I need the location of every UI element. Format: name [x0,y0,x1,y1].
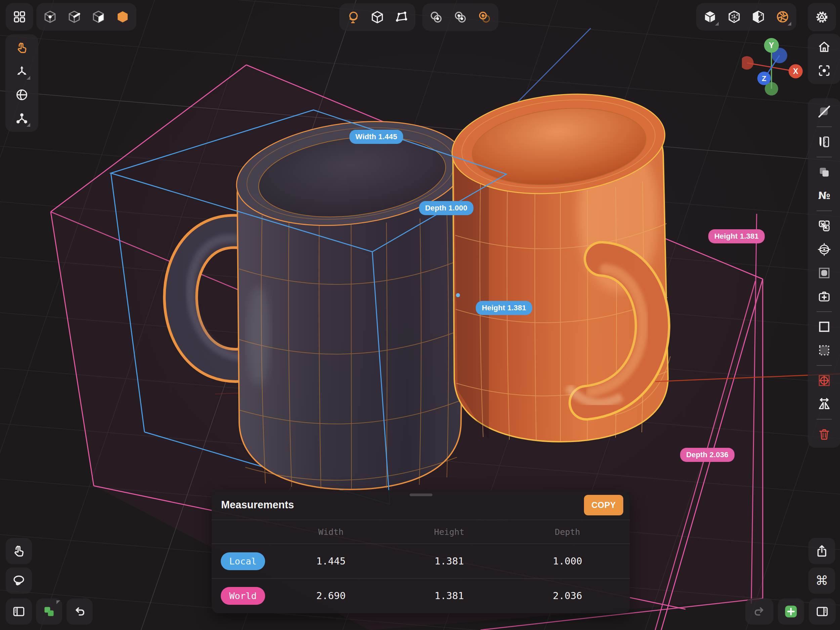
axis-x-ball[interactable]: X [789,64,803,78]
pivot-target-button[interactable] [814,370,835,391]
pan-hand-icon [11,544,26,559]
svg-text:Y: Y [769,41,774,50]
divider [816,311,832,312]
hide-button[interactable] [814,101,835,122]
render-view-button[interactable] [772,6,793,28]
share-button[interactable] [808,538,835,564]
undo-icon [72,604,87,619]
material-swatches-button[interactable] [36,598,62,625]
rotate-tool-button[interactable] [11,84,32,105]
undo-button[interactable] [66,598,93,625]
longpress-corner [57,600,60,604]
home-view-button[interactable] [814,36,835,57]
select-vertex-button[interactable] [39,6,61,28]
longpress-corner [27,123,30,127]
circles-front-icon [429,10,443,24]
column-depth: Depth [508,527,627,537]
select-body-button[interactable] [112,6,133,28]
move-tool-button[interactable] [11,61,32,82]
numero-button[interactable]: № [814,185,835,206]
cube-vertex-icon [43,10,57,24]
longpress-corner [788,22,791,25]
divider [816,211,832,211]
mirror-button[interactable] [814,394,835,415]
world-depth-value: 2.036 [508,590,627,602]
view-axis-gizmo[interactable]: Y X Z [742,34,806,101]
first-aid-kit-icon [817,290,831,304]
globe-orientation-button[interactable] [343,6,364,28]
edit-actions-pill: № [808,98,840,448]
cube-face-icon [92,10,106,24]
world-height-value: 1.381 [390,590,508,602]
hexagon-solid-icon [115,10,130,24]
divider [816,157,832,157]
hidden-line-view-button[interactable] [748,6,769,28]
gimbal-button[interactable] [814,239,835,260]
cube-orientation-button[interactable] [366,6,388,28]
transform-tools-pill [5,34,38,132]
add-plus-icon [783,604,798,619]
merge-squares-icon [817,219,831,233]
frame-selection-button[interactable] [814,60,835,81]
redo-button[interactable] [745,598,774,625]
quad-draw-button[interactable] [391,6,412,28]
marquee-dotted-icon [817,343,831,357]
lasso-button[interactable] [6,567,32,594]
axis-z-ball[interactable]: Z [757,71,771,85]
cube-outline-icon [370,10,384,24]
circles-back-button[interactable] [474,6,495,28]
marquee-select-button[interactable] [814,340,835,361]
axis-y-ball[interactable]: Y [764,38,779,53]
local-row-label[interactable]: Local [221,552,265,570]
svg-text:Z: Z [762,74,766,83]
settings-button[interactable] [808,3,836,31]
shaded-view-button[interactable] [699,6,721,28]
add-object-button[interactable] [778,598,804,625]
world-row-label[interactable]: World [221,587,265,605]
tap-select-button[interactable] [11,37,32,58]
orientation-pill [339,3,415,31]
cube-edge-icon [67,10,81,24]
tap-select-icon [15,41,29,55]
mug-orange[interactable] [447,84,670,442]
square-select-button[interactable] [814,317,835,337]
hide-slash-icon [817,104,831,119]
circles-pair-icon [453,10,467,24]
scale-tool-button[interactable] [11,108,32,129]
settings-gear-icon [815,10,829,25]
display-mode-pill [696,3,796,31]
circles-front-button[interactable] [425,6,447,28]
select-edge-button[interactable] [63,6,85,28]
wireframe-cube-icon [727,10,741,24]
column-height: Height [390,527,508,537]
dimension-label-depth-world: Depth 2.036 [680,448,734,462]
right-panel-button[interactable] [809,598,835,625]
edge-midpoint-dot[interactable] [456,293,460,297]
command-icon: ⌘ [815,574,828,587]
merge-button[interactable] [814,215,835,236]
duplicate-button[interactable] [814,162,835,182]
wireframe-view-button[interactable] [723,6,745,28]
local-width-value: 1.445 [272,556,390,567]
grid-overview-button[interactable] [9,6,30,28]
dimension-label-height-world: Height 1.381 [708,229,765,244]
quad-points-icon [395,10,409,24]
select-face-button[interactable] [88,6,109,28]
left-panel-button[interactable] [6,598,32,625]
longpress-corner [715,22,719,25]
circles-pair-button[interactable] [450,6,471,28]
fill-face-button[interactable] [814,263,835,283]
measure-button[interactable] [814,131,835,152]
panel-drag-handle[interactable] [410,494,433,496]
keyboard-shortcuts-button[interactable]: ⌘ [808,567,835,594]
local-depth-value: 1.000 [508,556,627,567]
repair-button[interactable] [814,286,835,307]
square-icon [817,320,831,334]
focus-frame-icon [817,63,831,78]
copy-button[interactable]: COPY [584,495,623,515]
view-actions-pill [808,33,840,84]
longpress-corner [27,76,30,80]
delete-button[interactable] [814,424,835,445]
pan-button[interactable] [6,538,32,564]
divider [816,419,832,419]
